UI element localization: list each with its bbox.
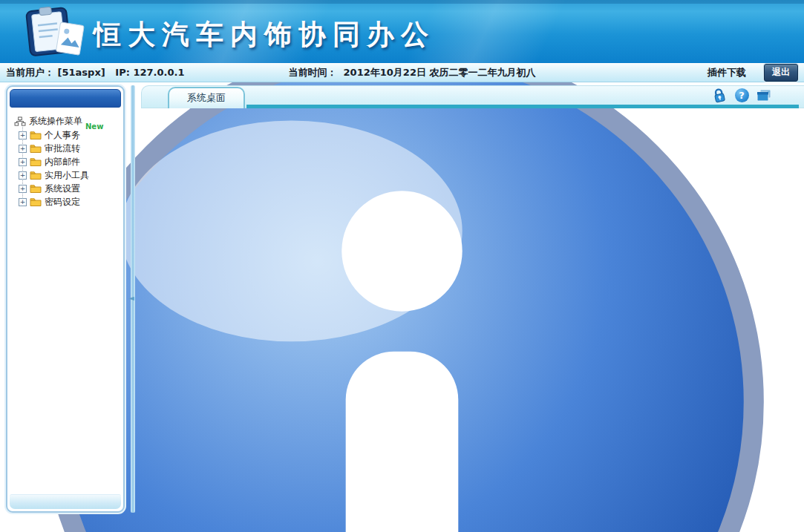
tabstrip-underline xyxy=(246,105,799,108)
current-user-value: [51aspx] xyxy=(58,67,105,78)
sidebar-item-personal-affairs[interactable]: + 个人事务 xyxy=(19,128,122,142)
sidebar-item-internal-mail[interactable]: + 内部邮件 xyxy=(19,155,122,168)
lock-icon[interactable] xyxy=(711,88,728,103)
folder-icon xyxy=(30,131,42,140)
expand-icon[interactable]: + xyxy=(19,171,27,180)
help-icon[interactable]: ? xyxy=(733,88,750,103)
folder-icon xyxy=(30,171,42,180)
menu-tree: 系统操作菜单 New + 个人事务 + 审批流转 + 内部邮件 xyxy=(7,108,123,208)
expand-icon[interactable]: + xyxy=(19,131,27,139)
expand-icon[interactable]: + xyxy=(19,145,27,153)
sidebar-item-label: 密码设定 xyxy=(45,196,80,208)
sidebar-footer-bar xyxy=(10,494,121,509)
sidebar: 系统操作菜单 New + 个人事务 + 审批流转 + 内部邮件 xyxy=(6,85,125,513)
sidebar-item-utilities[interactable]: + 实用小工具 xyxy=(19,168,122,182)
sidebar-item-password-setting[interactable]: + 密码设定 xyxy=(19,195,122,208)
sidebar-item-label: 审批流转 xyxy=(45,142,80,155)
current-time: 当前时间： 2012年10月22日 农历二零一二年九月初八 xyxy=(289,66,536,79)
sidebar-item-label: 实用小工具 xyxy=(45,169,89,182)
plugin-download-link[interactable]: 插件下载 xyxy=(707,66,746,79)
tree-root-label: 系统操作菜单 xyxy=(29,115,82,128)
close-icon[interactable] xyxy=(778,88,794,103)
collapse-sidebar-icon[interactable]: ◄ xyxy=(128,294,134,302)
sidebar-item-approval-flow[interactable]: + 审批流转 xyxy=(19,142,122,155)
org-chart-icon xyxy=(14,116,26,126)
sidebar-splitter[interactable]: ◄ xyxy=(131,85,135,513)
sidebar-item-system-settings[interactable]: + 系统设置 xyxy=(19,182,122,195)
folder-icon xyxy=(30,184,42,194)
ip-value: 127.0.0.1 xyxy=(133,67,184,78)
expand-icon[interactable]: + xyxy=(19,198,27,206)
ip-label: IP: xyxy=(115,67,130,78)
sidebar-item-label: 个人事务 xyxy=(45,129,80,142)
current-time-label: 当前时间： xyxy=(289,67,337,78)
expand-icon[interactable]: + xyxy=(19,158,27,166)
window-maximize-icon[interactable] xyxy=(756,88,772,103)
expand-icon[interactable]: + xyxy=(19,185,27,193)
current-time-value: 2012年10月22日 农历二零一二年九月初八 xyxy=(344,67,536,78)
sidebar-item-label: 系统设置 xyxy=(45,183,80,195)
app-banner: 恒大汽车内饰协同办公 xyxy=(0,0,804,63)
logout-button[interactable]: 退出 xyxy=(764,64,798,82)
window-controls: ? xyxy=(711,88,794,103)
info-bar: 当前用户： [51aspx] IP: 127.0.0.1 当前时间： 2012年… xyxy=(0,63,804,82)
current-user: 当前用户： [51aspx] IP: 127.0.0.1 xyxy=(6,66,185,79)
application-window: 恒大汽车内饰协同办公 当前用户： [51aspx] IP: 127.0.0.1 … xyxy=(0,0,804,532)
app-logo-icon xyxy=(19,4,89,59)
app-title: 恒大汽车内饰协同办公 xyxy=(94,16,435,53)
folder-icon xyxy=(30,144,42,154)
sidebar-item-label: 内部邮件 xyxy=(45,156,80,168)
tab-system-desktop[interactable]: 系统桌面 xyxy=(168,87,245,108)
tree-root-system-menu[interactable]: 系统操作菜单 New xyxy=(14,114,122,128)
sidebar-header-bar xyxy=(10,89,121,108)
current-user-label: 当前用户： xyxy=(6,67,54,78)
folder-icon xyxy=(30,157,42,167)
folder-icon xyxy=(30,197,42,207)
tree-children: + 个人事务 + 审批流转 + 内部邮件 + 实用小工具 xyxy=(19,128,122,208)
